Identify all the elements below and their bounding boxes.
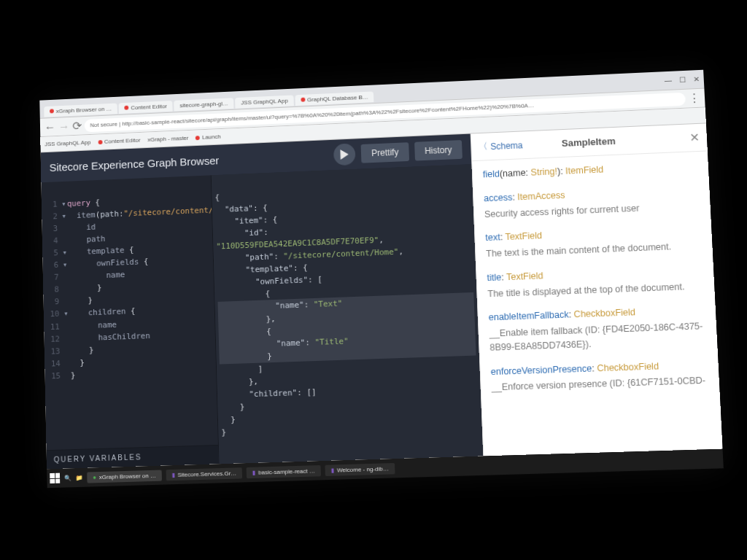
docs-panel: 〈 Schema SampleItem ✕ field(name: String… [471, 123, 723, 456]
query-code[interactable]: 1▾query { 2▾ item(path:"/sitecore/conten… [42, 175, 217, 399]
browser-tab[interactable]: JSS GraphQL App [235, 95, 293, 108]
taskbar-item[interactable]: ▮Welcome - ng-dib… [325, 463, 395, 476]
docs-entry[interactable]: access: ItemAccess Security access right… [484, 183, 700, 222]
prettify-button[interactable]: Prettify [361, 142, 409, 163]
reload-icon[interactable]: ⟳ [72, 119, 82, 133]
docs-entry[interactable]: enableItemFallback: CheckboxField __Enab… [488, 303, 707, 354]
browser-tab[interactable]: xGraph Browser on … [44, 103, 117, 117]
close-icon[interactable]: ✕ [693, 75, 700, 83]
browser-tab[interactable]: GraphQL Database B… [295, 91, 374, 106]
docs-close-button[interactable]: ✕ [689, 131, 700, 145]
docs-entry[interactable]: enforceVersionPresence: CheckboxField __… [490, 357, 708, 394]
app-title: Sitecore Experience Graph Browser [50, 154, 220, 174]
docs-entry[interactable]: title: TextField The title is displayed … [487, 263, 704, 301]
menu-icon[interactable]: ⋮ [688, 91, 700, 106]
graphiql-app: Sitecore Experience Graph Browser Pretti… [41, 134, 483, 470]
taskbar-item[interactable]: ▮Sitecore.Services.Gr… [166, 467, 242, 481]
bookmark[interactable]: xGraph - master [147, 135, 189, 143]
monitor-screen: xGraph Browser on … Content Editor sitec… [39, 70, 724, 488]
window-controls: — ☐ ✕ [665, 75, 700, 85]
maximize-icon[interactable]: ☐ [679, 76, 686, 84]
start-button[interactable] [50, 473, 60, 483]
bookmark[interactable]: Content Editor [98, 137, 141, 145]
history-button[interactable]: History [414, 140, 462, 161]
taskbar-item[interactable]: ●xGraph Browser on … [87, 470, 162, 483]
folder-icon[interactable]: 📁 [76, 474, 83, 481]
docs-entry[interactable]: text: TextField The text is the main con… [485, 223, 702, 261]
taskbar-item[interactable]: ▮basic-sample-react … [247, 465, 321, 478]
docs-back-button[interactable]: 〈 Schema [479, 139, 523, 152]
search-icon[interactable]: 🔍 [64, 475, 71, 481]
docs-title: SampleItem [562, 136, 616, 149]
nav-back-icon[interactable]: ← [44, 120, 56, 133]
docs-body: field(name: String!): ItemField access: … [472, 151, 720, 413]
play-icon [339, 149, 349, 160]
minimize-icon[interactable]: — [665, 77, 673, 85]
execute-button[interactable] [333, 143, 356, 166]
bookmark[interactable]: JSS GraphQL App [44, 139, 90, 148]
app-body: Sitecore Experience Graph Browser Pretti… [41, 123, 723, 469]
chevron-left-icon: 〈 [479, 140, 488, 152]
result-code: { "data": { "item": { "id": "110D559FDEA… [212, 164, 483, 456]
bookmark[interactable]: Launch [196, 133, 221, 141]
docs-entry[interactable]: field(name: String!): ItemField [483, 159, 698, 182]
browser-tab[interactable]: Content Editor [119, 101, 173, 114]
nav-forward-icon[interactable]: → [58, 120, 70, 133]
query-editor[interactable]: 1▾query { 2▾ item(path:"/sitecore/conten… [42, 175, 220, 469]
editor-panes: 1▾query { 2▾ item(path:"/sitecore/conten… [42, 164, 484, 469]
browser-tab[interactable]: sitecore-graph-gl… [174, 98, 233, 111]
result-viewer[interactable]: { "data": { "item": { "id": "110D559FDEA… [212, 164, 483, 464]
